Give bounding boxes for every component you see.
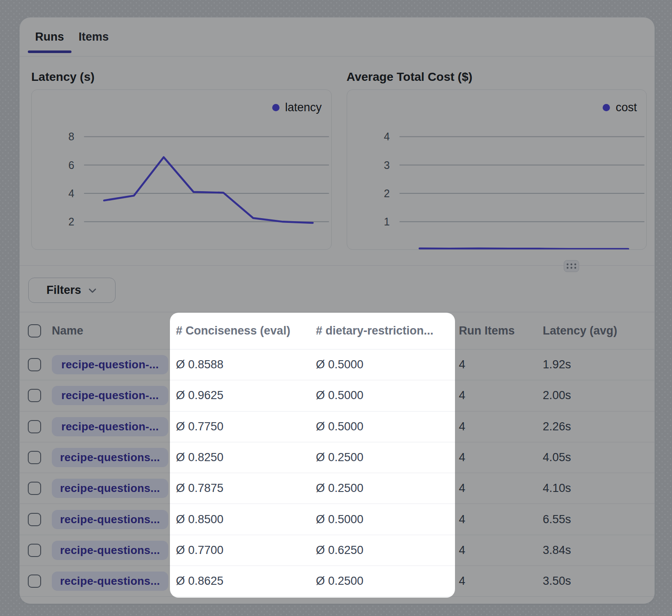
latency-chart-block: Latency (s) 8642 latency — [31, 69, 332, 265]
table-row[interactable]: recipe-questions... Ø 0.7875 Ø 0.2500 4 … — [20, 473, 654, 504]
table-row[interactable]: recipe-questions... Ø 0.8250 Ø 0.2500 4 … — [20, 442, 654, 473]
table-row[interactable]: recipe-question-... Ø 0.9625 Ø 0.5000 4 … — [20, 380, 654, 411]
column-header-latency-avg: Latency (avg) — [543, 324, 654, 338]
runs-panel: Runs Items Latency (s) 8642 latency Aver… — [19, 17, 655, 604]
table-row[interactable]: recipe-questions... Ø 0.8625 Ø 0.2500 4 … — [20, 566, 654, 597]
chevron-down-icon — [87, 285, 98, 296]
run-name-badge[interactable]: recipe-question-... — [52, 417, 168, 436]
run-items-value: 4 — [459, 544, 543, 557]
run-name-badge[interactable]: recipe-questions... — [52, 572, 168, 591]
latency-value: 4.10s — [543, 482, 654, 495]
row-checkbox[interactable] — [28, 420, 41, 433]
column-header-conciseness: # Conciseness (eval) — [176, 324, 316, 338]
column-header-name: Name — [52, 324, 176, 338]
select-all-checkbox[interactable] — [28, 324, 41, 338]
latency-legend: latency — [272, 101, 322, 114]
tab-bar: Runs Items — [20, 18, 654, 56]
svg-text:8: 8 — [68, 130, 74, 142]
svg-text:6: 6 — [68, 159, 74, 171]
cost-chart-block: Average Total Cost ($) 4321 cost — [347, 69, 647, 265]
run-name-badge[interactable]: recipe-question-... — [52, 386, 168, 405]
conciseness-value: Ø 0.7750 — [176, 420, 316, 433]
conciseness-value: Ø 0.8500 — [176, 513, 316, 526]
filters-button[interactable]: Filters — [28, 278, 116, 303]
latency-value: 2.00s — [543, 389, 654, 402]
column-header-run-items: Run Items — [459, 324, 543, 338]
latency-chart: 8642 latency — [31, 89, 332, 250]
table-row[interactable]: recipe-question-... Ø 0.7750 Ø 0.5000 4 … — [20, 412, 654, 442]
row-checkbox[interactable] — [28, 451, 41, 464]
row-checkbox[interactable] — [28, 358, 41, 371]
conciseness-value: Ø 0.8250 — [176, 451, 316, 464]
svg-text:4: 4 — [384, 130, 390, 142]
latency-value: 3.50s — [543, 575, 654, 588]
conciseness-value: Ø 0.8588 — [176, 358, 316, 371]
row-checkbox[interactable] — [28, 389, 41, 402]
cost-line-chart: 4321 — [347, 90, 647, 249]
row-checkbox[interactable] — [28, 544, 41, 557]
latency-value: 4.05s — [543, 451, 654, 464]
run-name-badge[interactable]: recipe-questions... — [52, 448, 168, 467]
cost-chart: 4321 cost — [347, 89, 647, 250]
cost-legend: cost — [603, 101, 637, 114]
dietary-value: Ø 0.5000 — [316, 389, 459, 402]
row-checkbox[interactable] — [28, 575, 41, 588]
table-row[interactable]: recipe-questions... Ø 0.7700 Ø 0.6250 4 … — [20, 535, 654, 566]
dietary-value: Ø 0.2500 — [316, 482, 459, 495]
tab-items-label: Items — [79, 30, 109, 44]
filters-row: Filters — [20, 266, 654, 312]
tab-items[interactable]: Items — [71, 18, 116, 56]
run-name-badge[interactable]: recipe-question-... — [52, 355, 168, 374]
latency-value: 2.26s — [543, 420, 654, 433]
latency-legend-label: latency — [285, 101, 322, 114]
svg-text:3: 3 — [384, 159, 390, 171]
dietary-value: Ø 0.6250 — [316, 544, 459, 557]
run-items-value: 4 — [459, 482, 543, 495]
table-row[interactable]: recipe-question-... Ø 0.8588 Ø 0.5000 4 … — [20, 349, 654, 380]
conciseness-value: Ø 0.8625 — [176, 575, 316, 588]
latency-value: 3.84s — [543, 544, 654, 557]
run-items-value: 4 — [459, 358, 543, 371]
run-items-value: 4 — [459, 513, 543, 526]
run-name-badge[interactable]: recipe-questions... — [52, 510, 168, 529]
latency-value: 6.55s — [543, 513, 654, 526]
row-checkbox[interactable] — [28, 513, 41, 526]
conciseness-value: Ø 0.7700 — [176, 544, 316, 557]
latency-chart-title: Latency (s) — [31, 70, 332, 84]
grip-dots-icon — [566, 262, 577, 270]
tab-runs-label: Runs — [35, 30, 64, 44]
dietary-value: Ø 0.5000 — [316, 358, 459, 371]
latency-value: 1.92s — [543, 358, 654, 371]
tab-runs[interactable]: Runs — [28, 18, 71, 56]
svg-text:2: 2 — [384, 187, 390, 199]
run-items-value: 4 — [459, 389, 543, 402]
svg-text:2: 2 — [68, 216, 74, 228]
row-checkbox[interactable] — [28, 482, 41, 495]
conciseness-value: Ø 0.7875 — [176, 482, 316, 495]
run-items-value: 4 — [459, 575, 543, 588]
cost-legend-dot-icon — [603, 104, 610, 111]
charts-section: Latency (s) 8642 latency Average Total C… — [20, 56, 654, 266]
cost-legend-label: cost — [616, 101, 637, 114]
dietary-value: Ø 0.5000 — [316, 420, 459, 433]
dietary-value: Ø 0.2500 — [316, 575, 459, 588]
table-header: Name # Conciseness (eval) # dietary-rest… — [20, 312, 654, 349]
cost-chart-title: Average Total Cost ($) — [347, 70, 647, 84]
run-items-value: 4 — [459, 420, 543, 433]
dietary-value: Ø 0.2500 — [316, 451, 459, 464]
run-name-badge[interactable]: recipe-questions... — [52, 541, 168, 560]
run-items-value: 4 — [459, 451, 543, 464]
resize-grip-handle[interactable] — [564, 260, 579, 272]
svg-text:1: 1 — [384, 216, 390, 228]
column-header-dietary-restriction: # dietary-restriction... — [316, 324, 459, 338]
dietary-value: Ø 0.5000 — [316, 513, 459, 526]
conciseness-value: Ø 0.9625 — [176, 389, 316, 402]
table-row[interactable]: recipe-questions... Ø 0.8500 Ø 0.5000 4 … — [20, 504, 654, 535]
filters-button-label: Filters — [46, 284, 81, 297]
latency-legend-dot-icon — [272, 104, 280, 111]
svg-text:4: 4 — [68, 187, 74, 199]
run-name-badge[interactable]: recipe-questions... — [52, 479, 168, 498]
